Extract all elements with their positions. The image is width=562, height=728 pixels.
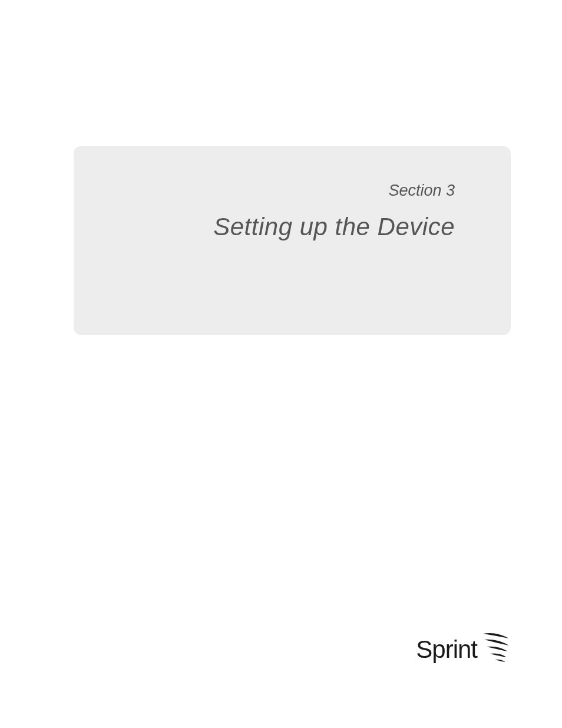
brand-name: Sprint <box>416 635 477 664</box>
sprint-wing-icon <box>481 630 511 669</box>
brand-logo: Sprint <box>416 630 511 669</box>
section-number-label: Section 3 <box>97 182 455 200</box>
section-title: Setting up the Device <box>97 213 455 241</box>
section-header-panel: Section 3 Setting up the Device <box>74 146 511 335</box>
